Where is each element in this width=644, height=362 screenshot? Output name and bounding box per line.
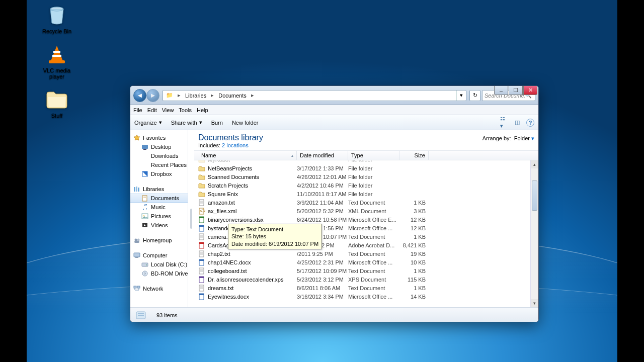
- file-row[interactable]: chap14NEC.docx4/25/2012 2:31 PMMicrosoft…: [194, 258, 538, 266]
- window-titlebar[interactable]: ◄ ► 📁▸ Libraries▸ Documents▸ ▾ ↻ 🔍 – ☐ ✕: [130, 86, 538, 105]
- file-size: 1 KB: [399, 234, 429, 240]
- scrollbar[interactable]: ▴ ▾: [530, 160, 538, 307]
- svg-rect-41: [199, 242, 204, 244]
- file-row[interactable]: Square Enix11/10/2011 8:17 AMFile folder: [194, 190, 538, 198]
- file-row[interactable]: NetBeansProjects3/17/2012 1:33 PMFile fo…: [194, 164, 538, 172]
- file-date: 6/24/2012 10:58 PM: [297, 217, 348, 223]
- column-type[interactable]: Type: [348, 151, 399, 160]
- file-date: 4/25/2012 2:31 PM: [297, 259, 348, 265]
- toolbar-organize[interactable]: Organize ▾: [134, 119, 162, 126]
- file-date: 4/2/2012 10:46 PM: [297, 183, 348, 189]
- address-bar[interactable]: 📁▸ Libraries▸ Documents▸ ▾: [163, 90, 466, 101]
- sidebar-computer[interactable]: Computer: [130, 251, 188, 260]
- svg-point-16: [137, 239, 140, 241]
- window-maximize-button[interactable]: ☐: [509, 86, 523, 95]
- desktop-icon-vlc[interactable]: VLC media player: [37, 42, 77, 79]
- txt-icon: [198, 285, 205, 292]
- menu-help[interactable]: Help: [197, 107, 208, 113]
- sidebar-splitter[interactable]: [188, 130, 194, 307]
- arrange-by-dropdown[interactable]: Folder ▾: [514, 135, 534, 141]
- file-tooltip: Type: Text Document Size: 15 bytes Date …: [228, 224, 322, 249]
- library-locations-link[interactable]: 2 locations: [222, 142, 249, 148]
- file-type: Text Document: [348, 285, 399, 291]
- file-date: 3/16/2012 3:34 PM: [297, 294, 348, 300]
- file-row[interactable]: Scratch Projects4/2/2012 10:46 PMFile fo…: [194, 181, 538, 190]
- preview-pane-button[interactable]: ◫: [513, 119, 521, 127]
- nav-forward-button[interactable]: ►: [146, 89, 159, 102]
- address-dropdown[interactable]: ▾: [456, 90, 466, 101]
- sidebar-item-downloads[interactable]: ath d="M1 4 L1 12 L13 12 L13 5 L7 5 L6 3…: [130, 151, 188, 160]
- svg-rect-62: [138, 315, 144, 316]
- file-name: MyRobot: [208, 160, 230, 163]
- file-row[interactable]: dreams.txt8/6/2011 8:06 AMText Document1…: [194, 284, 538, 292]
- sidebar-network[interactable]: Network: [130, 284, 188, 293]
- column-date[interactable]: Date modified: [297, 151, 348, 160]
- sidebar-item-documents[interactable]: Documents: [130, 194, 188, 203]
- file-row[interactable]: binaryconversions.xlsx6/24/2012 10:58 PM…: [194, 215, 538, 224]
- file-type: Text Document: [348, 251, 399, 257]
- breadcrumb-documents[interactable]: Documents: [215, 90, 250, 101]
- file-row[interactable]: Eyewitness.docx3/16/2012 3:34 PMMicrosof…: [194, 292, 538, 301]
- desktop-icon-stuff[interactable]: Stuff: [37, 87, 77, 119]
- toolbar-share-with[interactable]: Share with ▾: [171, 119, 202, 126]
- breadcrumb-root-icon[interactable]: 📁: [163, 90, 176, 101]
- toolbar-new-folder[interactable]: New folder: [232, 120, 259, 126]
- file-type: Text Document: [348, 200, 399, 206]
- breadcrumb-libraries[interactable]: Libraries: [182, 90, 209, 101]
- window-minimize-button[interactable]: –: [494, 86, 508, 95]
- file-type: Microsoft Office ...: [348, 259, 399, 265]
- file-row[interactable]: amazon.txt3/9/2012 11:04 AMText Document…: [194, 198, 538, 207]
- svg-text:<>: <>: [200, 208, 205, 214]
- menu-tools[interactable]: Tools: [179, 107, 192, 113]
- sidebar-item-dropbox[interactable]: Dropbox: [130, 169, 188, 178]
- sidebar-item-local-disk--c--[interactable]: Local Disk (C:): [130, 260, 188, 269]
- toolbar-burn[interactable]: Burn: [211, 120, 223, 126]
- scroll-up-button[interactable]: ▴: [531, 160, 538, 168]
- file-size: 115 KB: [399, 277, 429, 283]
- file-date: 11/10/2011 8:17 AM: [297, 191, 348, 197]
- view-options-button[interactable]: ☷ ▾: [500, 119, 508, 127]
- sidebar-item-desktop[interactable]: Desktop: [130, 142, 188, 151]
- file-row[interactable]: chap2.txt/2011 9:25 PMText Document19 KB: [194, 249, 538, 258]
- file-row[interactable]: <>ax_files.xml5/20/2012 5:32 PMXML Docum…: [194, 207, 538, 215]
- svg-rect-9: [142, 196, 147, 201]
- file-row[interactable]: Scanned Documents4/26/2012 12:01 AMFile …: [194, 172, 538, 181]
- menu-edit[interactable]: Edit: [147, 107, 157, 113]
- column-size[interactable]: Size: [399, 151, 429, 160]
- scroll-down-button[interactable]: ▾: [531, 299, 538, 307]
- menu-view[interactable]: View: [162, 107, 174, 113]
- sidebar-item-videos[interactable]: Videos: [130, 221, 188, 230]
- sidebar-homegroup[interactable]: Homegroup: [130, 236, 188, 245]
- folder-icon: [45, 87, 69, 112]
- menu-file[interactable]: File: [133, 107, 142, 113]
- file-row[interactable]: Dr. alisonresourcecalender.xps5/23/2012 …: [194, 275, 538, 284]
- file-size: 3 KB: [399, 208, 429, 214]
- sidebar-libraries[interactable]: Libraries: [130, 185, 188, 194]
- file-row[interactable]: MyRobotFile folder: [194, 160, 538, 164]
- help-button[interactable]: ?: [526, 119, 534, 127]
- sidebar-favorites[interactable]: Favorites: [130, 133, 188, 142]
- svg-point-23: [144, 273, 146, 275]
- sidebar-item-recent-places[interactable]: ath d="M1 4 L1 12 L13 12 L13 5 L7 5 L6 3…: [130, 160, 188, 169]
- nav-back-button[interactable]: ◄: [133, 89, 146, 102]
- folder-icon: [198, 173, 205, 180]
- file-type: Adobe Acrobat D...: [348, 242, 399, 248]
- refresh-button[interactable]: ↻: [469, 90, 480, 101]
- desktop: Recycle Bin VLC media player Stuff ◄ ► 📁…: [27, 0, 617, 362]
- folder-icon: [198, 165, 205, 172]
- file-name: dreams.txt: [208, 285, 233, 291]
- sidebar-item-music[interactable]: Music: [130, 203, 188, 212]
- window-close-button[interactable]: ✕: [523, 86, 537, 95]
- sidebar-item-pictures[interactable]: Pictures: [130, 212, 188, 221]
- column-name[interactable]: Name▴: [198, 151, 297, 160]
- sidebar-item-bd-rom-drive--e[interactable]: BD-ROM Drive (E: [130, 269, 188, 278]
- file-date: 5/23/2012 3:12 PM: [297, 277, 348, 283]
- file-size: 12 KB: [399, 217, 429, 223]
- svg-rect-24: [134, 286, 136, 288]
- scroll-thumb[interactable]: [532, 180, 537, 211]
- status-bar: 93 items: [130, 307, 538, 322]
- recycle-bin-icon: [45, 3, 69, 27]
- file-row[interactable]: collegeboard.txt5/17/2012 10:09 PMText D…: [194, 266, 538, 275]
- svg-rect-18: [134, 253, 140, 257]
- desktop-icon-recycle-bin[interactable]: Recycle Bin: [37, 3, 77, 34]
